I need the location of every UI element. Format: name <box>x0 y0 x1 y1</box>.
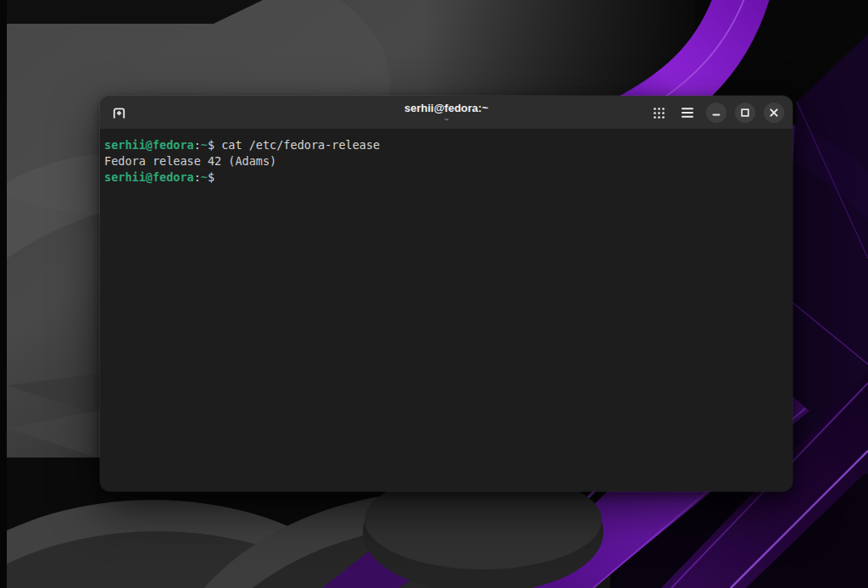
terminal-window: serhii@fedora:~ ~ <box>100 96 793 491</box>
close-button[interactable] <box>764 103 784 123</box>
maximize-button[interactable] <box>735 103 755 123</box>
prompt-path: ~ <box>201 170 208 184</box>
terminal-line-prompt-2: serhii@fedora:~$ <box>104 169 788 186</box>
headerbar-right-controls <box>648 103 784 123</box>
prompt-path: ~ <box>201 138 208 152</box>
prompt-user-host: serhii@fedora <box>104 138 194 152</box>
main-menu-button[interactable] <box>677 103 698 123</box>
prompt-dollar: $ <box>208 170 214 184</box>
minimize-button[interactable] <box>706 103 726 123</box>
terminal-line-output: Fedora release 42 (Adams) <box>104 153 788 169</box>
tab-overview-icon <box>653 107 665 119</box>
window-title: serhii@fedora:~ <box>404 102 488 114</box>
terminal-line-prompt-1: serhii@fedora:~$ cat /etc/fedora-release <box>104 137 788 153</box>
menu-icon <box>681 107 694 119</box>
minimize-icon <box>706 103 726 123</box>
prompt-user-host: serhii@fedora <box>104 170 194 184</box>
prompt-colon: : <box>194 170 201 184</box>
close-icon <box>764 103 784 123</box>
terminal-content[interactable]: serhii@fedora:~$ cat /etc/fedora-release… <box>100 130 793 491</box>
tab-overview-button[interactable] <box>648 103 669 123</box>
terminal-headerbar[interactable]: serhii@fedora:~ ~ <box>100 96 793 130</box>
desktop-wallpaper: serhii@fedora:~ ~ <box>0 0 868 588</box>
maximize-icon <box>735 103 755 123</box>
output-text: Fedora release 42 (Adams) <box>104 154 276 168</box>
prompt-colon: : <box>194 138 201 152</box>
prompt-dollar: $ <box>208 138 214 152</box>
new-tab-icon <box>112 106 126 120</box>
new-tab-button[interactable] <box>108 103 129 123</box>
command-text: cat /etc/fedora-release <box>214 138 380 152</box>
window-subtitle: ~ <box>444 115 449 124</box>
window-title-block: serhii@fedora:~ ~ <box>404 102 488 124</box>
